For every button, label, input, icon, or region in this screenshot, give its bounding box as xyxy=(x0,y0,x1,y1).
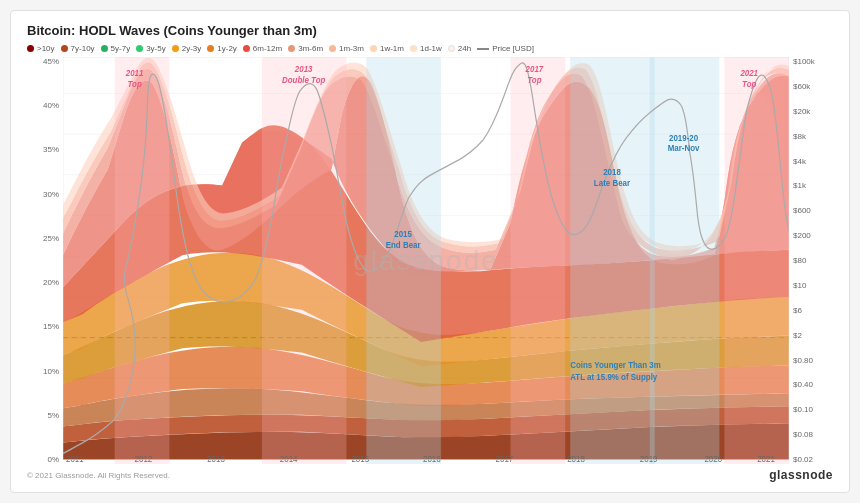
legend-dot-6m12m xyxy=(243,45,250,52)
svg-rect-17 xyxy=(570,57,655,464)
legend-item-2y3y: 2y-3y xyxy=(172,44,202,53)
svg-text:2019: 2019 xyxy=(640,455,658,464)
svg-text:Top: Top xyxy=(527,75,541,84)
legend-item-6m12m: 6m-12m xyxy=(243,44,282,53)
svg-text:Double Top: Double Top xyxy=(282,75,325,84)
svg-rect-16 xyxy=(366,57,441,464)
svg-text:2017: 2017 xyxy=(525,65,544,74)
legend-dot-1m3m xyxy=(329,45,336,52)
legend-item-price: Price [USD] xyxy=(477,44,534,53)
chart-container: Bitcoin: HODL Waves (Coins Younger than … xyxy=(10,10,850,493)
svg-text:2015: 2015 xyxy=(394,230,412,239)
chart-svg: 2011 Top 2013 Double Top 2015 End Bear 2… xyxy=(63,57,789,464)
svg-text:2021: 2021 xyxy=(739,69,758,78)
svg-text:2014: 2014 xyxy=(280,455,298,464)
chart-area: 45% 40% 35% 30% 25% 20% 15% 10% 5% 0% xyxy=(27,57,833,464)
svg-rect-13 xyxy=(262,57,347,464)
svg-text:2012: 2012 xyxy=(135,455,153,464)
svg-text:2013: 2013 xyxy=(207,455,225,464)
legend-dot-1d1w xyxy=(410,45,417,52)
svg-rect-12 xyxy=(115,57,170,464)
svg-text:2013: 2013 xyxy=(294,65,313,74)
svg-text:Mar-Nov: Mar-Nov xyxy=(668,144,700,153)
svg-text:Late Bear: Late Bear xyxy=(594,178,631,187)
svg-text:2018: 2018 xyxy=(567,455,585,464)
svg-text:2015: 2015 xyxy=(351,455,369,464)
legend-dot-3y5y xyxy=(136,45,143,52)
legend-item-1m3m: 1m-3m xyxy=(329,44,364,53)
legend-item-7y10y: 7y-10y xyxy=(61,44,95,53)
legend-dot-5y7y xyxy=(101,45,108,52)
legend-item-3y5y: 3y-5y xyxy=(136,44,166,53)
svg-text:2016: 2016 xyxy=(423,455,441,464)
svg-text:Top: Top xyxy=(127,80,141,89)
legend-row: >10y 7y-10y 5y-7y 3y-5y 2y-3y 1y-2y 6m-1… xyxy=(27,44,833,53)
svg-text:Coins Younger Than 3m: Coins Younger Than 3m xyxy=(570,360,661,369)
legend-item-1d1w: 1d-1w xyxy=(410,44,442,53)
y-axis-right: $100k $60k $20k $8k $4k $1k $600 $200 $8… xyxy=(789,57,833,464)
svg-text:2019-20: 2019-20 xyxy=(669,133,699,142)
svg-text:Top: Top xyxy=(742,80,756,89)
footer: © 2021 Glassnode. All Rights Reserved. g… xyxy=(27,468,833,482)
legend-dot-7y10y xyxy=(61,45,68,52)
legend-dot-24h xyxy=(448,45,455,52)
legend-item-3m6m: 3m-6m xyxy=(288,44,323,53)
copyright-text: © 2021 Glassnode. All Rights Reserved. xyxy=(27,471,170,480)
glassnode-logo: glassnode xyxy=(769,468,833,482)
legend-dot-2y3y xyxy=(172,45,179,52)
chart-inner: 2011 Top 2013 Double Top 2015 End Bear 2… xyxy=(63,57,789,464)
svg-text:2011: 2011 xyxy=(66,455,84,464)
legend-dot-3m6m xyxy=(288,45,295,52)
legend-item-24h: 24h xyxy=(448,44,471,53)
svg-text:2011: 2011 xyxy=(125,69,144,78)
y-axis-left: 45% 40% 35% 30% 25% 20% 15% 10% 5% 0% xyxy=(27,57,63,464)
legend-item-1y2y: 1y-2y xyxy=(207,44,237,53)
legend-dot-1y2y xyxy=(207,45,214,52)
legend-item-10y: >10y xyxy=(27,44,55,53)
legend-line-price xyxy=(477,48,489,50)
svg-text:2021: 2021 xyxy=(757,455,775,464)
svg-text:ATL at 15.9% of Supply: ATL at 15.9% of Supply xyxy=(570,373,657,382)
svg-rect-15 xyxy=(724,57,789,464)
svg-text:End Bear: End Bear xyxy=(386,240,422,249)
chart-title: Bitcoin: HODL Waves (Coins Younger than … xyxy=(27,23,833,38)
svg-text:2020: 2020 xyxy=(704,455,722,464)
svg-text:2018: 2018 xyxy=(603,168,621,177)
legend-item-5y7y: 5y-7y xyxy=(101,44,131,53)
legend-item-1w1m: 1w-1m xyxy=(370,44,404,53)
legend-dot-10y xyxy=(27,45,34,52)
legend-dot-1w1m xyxy=(370,45,377,52)
svg-text:2017: 2017 xyxy=(496,455,514,464)
svg-rect-14 xyxy=(511,57,566,464)
